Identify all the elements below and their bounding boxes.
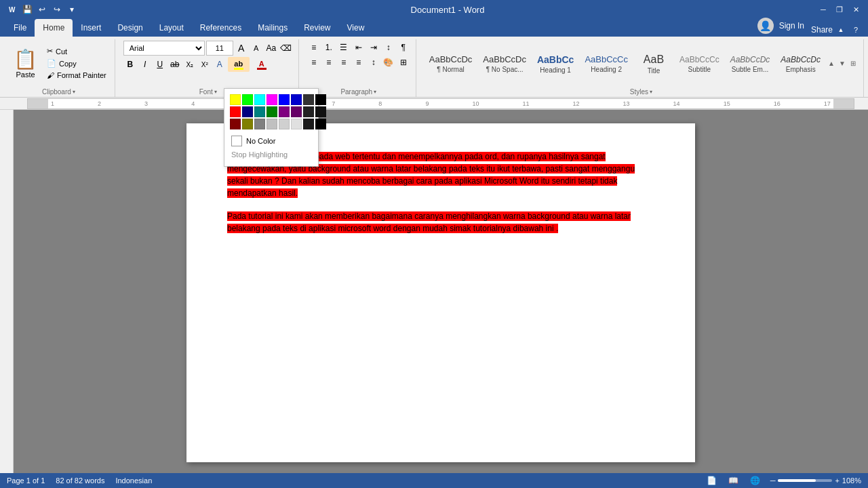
no-color-button[interactable]: No Color [230, 134, 313, 148]
color-olive[interactable] [242, 119, 253, 129]
tab-references[interactable]: References [192, 19, 250, 37]
sort-btn[interactable]: ↕ [382, 41, 395, 54]
minimize-btn[interactable]: ─ [816, 3, 830, 16]
color-yellow[interactable] [230, 94, 241, 105]
color-black1[interactable] [303, 94, 314, 105]
font-label[interactable]: Font ▾ [197, 87, 220, 97]
bullets-btn[interactable]: ≡ [307, 41, 321, 54]
italic-button[interactable]: I [138, 58, 152, 71]
zoom-control[interactable]: ─ + 108% [770, 476, 861, 485]
undo-quick-btn[interactable]: ↩ [35, 3, 49, 16]
zoom-slider-track[interactable] [778, 479, 832, 482]
view-mode-read[interactable]: 📖 [727, 474, 741, 487]
paragraph-label[interactable]: Paragraph ▾ [338, 87, 379, 97]
color-near-black[interactable] [303, 119, 314, 129]
color-dark1[interactable] [303, 106, 314, 117]
color-bright-green[interactable] [242, 94, 253, 105]
color-magenta[interactable] [267, 94, 277, 105]
style-heading1[interactable]: AaBbCc Heading 1 [532, 51, 578, 76]
numbering-btn[interactable]: 1. [322, 41, 336, 54]
border-btn[interactable]: ⊞ [397, 56, 410, 69]
styles-expand[interactable]: ⊞ [848, 60, 858, 67]
color-gray[interactable] [254, 119, 265, 129]
view-mode-web[interactable]: 🌐 [749, 474, 762, 487]
color-teal[interactable] [254, 106, 265, 117]
ribbon-minimize-btn[interactable]: ▲ [834, 23, 848, 37]
superscript-btn[interactable]: X² [198, 58, 212, 71]
bold-button[interactable]: B [123, 58, 137, 71]
tab-view[interactable]: View [339, 19, 373, 37]
tab-insert[interactable]: Insert [73, 19, 109, 37]
font-size-input[interactable] [206, 41, 233, 56]
close-btn[interactable]: ✕ [849, 3, 863, 16]
clear-formatting-btn[interactable]: ⌫ [279, 41, 293, 55]
tab-file[interactable]: File [5, 19, 35, 37]
subscript-btn[interactable]: X₂ [183, 58, 197, 71]
styles-label[interactable]: Styles ▾ [627, 87, 655, 97]
font-size-increase-btn[interactable]: A [235, 41, 248, 55]
color-red[interactable] [230, 106, 241, 117]
multilevel-btn[interactable]: ☰ [337, 41, 351, 54]
view-mode-print[interactable]: 📄 [705, 474, 719, 487]
tab-design[interactable]: Design [109, 19, 151, 37]
style-title[interactable]: AaB Title [634, 50, 673, 77]
text-highlight-btn[interactable]: ab [228, 57, 250, 72]
tab-layout[interactable]: Layout [151, 19, 192, 37]
justify-btn[interactable]: ≡ [352, 56, 366, 69]
color-purple2[interactable] [291, 106, 302, 117]
clipboard-label[interactable]: Clipboard ▾ [39, 87, 78, 97]
color-cyan[interactable] [254, 94, 265, 105]
help-btn[interactable]: ? [849, 23, 863, 37]
style-subtle-emphasis[interactable]: AaBbCcDc Subtle Em... [726, 52, 775, 75]
redo-quick-btn[interactable]: ↪ [50, 3, 64, 16]
color-dark2[interactable] [315, 106, 326, 117]
doc-page[interactable]: menyalin sebuah artikel pada web tertent… [186, 123, 695, 462]
color-silver2[interactable] [279, 119, 290, 129]
shading-btn[interactable]: 🎨 [382, 56, 395, 69]
underline-button[interactable]: U [153, 58, 167, 71]
font-size-decrease-btn[interactable]: A [250, 41, 263, 55]
color-light-gray[interactable] [291, 119, 302, 129]
show-formatting-btn[interactable]: ¶ [397, 41, 410, 54]
tab-review[interactable]: Review [296, 19, 338, 37]
change-case-btn[interactable]: Aa [264, 41, 278, 55]
save-quick-btn[interactable]: 💾 [20, 3, 34, 16]
style-normal[interactable]: AaBbCcDc ¶ Normal [425, 51, 477, 75]
style-no-spacing[interactable]: AaBbCcDc ¶ No Spac... [478, 51, 531, 75]
zoom-minus[interactable]: ─ [770, 476, 776, 485]
styles-scroll-up[interactable]: ▲ [827, 60, 836, 67]
font-name-select[interactable]: Arial [123, 41, 205, 56]
color-blue[interactable] [279, 94, 290, 105]
font-color-btn[interactable]: A [251, 57, 273, 72]
paste-button[interactable]: 📋 Paste [8, 45, 43, 81]
color-navy[interactable] [242, 106, 253, 117]
strikethrough-button[interactable]: ab [168, 58, 182, 71]
zoom-plus[interactable]: + [835, 476, 839, 485]
color-silver[interactable] [267, 119, 277, 129]
decrease-indent-btn[interactable]: ⇤ [352, 41, 366, 54]
customize-quick-btn[interactable]: ▾ [65, 3, 79, 16]
color-blue2[interactable] [291, 94, 302, 105]
share-btn[interactable]: Share [815, 23, 829, 37]
align-center-btn[interactable]: ≡ [322, 56, 336, 69]
align-right-btn[interactable]: ≡ [337, 56, 351, 69]
increase-indent-btn[interactable]: ⇥ [367, 41, 380, 54]
line-spacing-btn[interactable]: ↕ [367, 56, 380, 69]
format-painter-button[interactable]: 🖌 Format Painter [44, 70, 109, 81]
color-maroon[interactable] [230, 119, 241, 129]
align-left-btn[interactable]: ≡ [307, 56, 321, 69]
style-heading2[interactable]: AaBbCcCc Heading 2 [580, 51, 633, 75]
stop-highlighting-button[interactable]: Stop Highlighting [230, 148, 313, 161]
style-subtitle[interactable]: AaBbCcCc Subtitle [675, 52, 724, 75]
copy-button[interactable]: 📄 Copy [44, 58, 109, 69]
color-purple[interactable] [279, 106, 290, 117]
text-effects-btn[interactable]: A [213, 58, 226, 71]
restore-btn[interactable]: ❐ [833, 3, 846, 16]
tab-home[interactable]: Home [35, 19, 73, 37]
signin-area[interactable]: 👤 Sign In [752, 15, 810, 37]
cut-button[interactable]: ✂ Cut [44, 45, 109, 57]
color-black3[interactable] [315, 119, 326, 129]
style-emphasis[interactable]: AaBbCcDc Emphasis [776, 52, 825, 75]
styles-scroll-down[interactable]: ▼ [837, 60, 847, 67]
color-green[interactable] [267, 106, 277, 117]
